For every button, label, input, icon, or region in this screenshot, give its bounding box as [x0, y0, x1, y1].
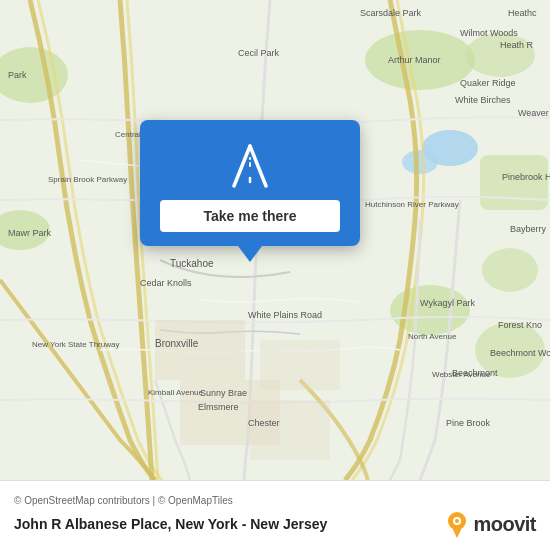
svg-rect-14	[250, 400, 330, 460]
copyright-text: © OpenStreetMap contributors | © OpenMap…	[14, 495, 536, 506]
moovit-brand-text: moovit	[473, 513, 536, 536]
navigation-popup: Take me there	[140, 120, 360, 246]
svg-point-1	[365, 30, 475, 90]
moovit-logo: moovit	[445, 510, 536, 538]
svg-point-2	[465, 33, 535, 77]
svg-point-6	[482, 248, 538, 292]
svg-point-7	[475, 322, 545, 378]
svg-rect-8	[480, 155, 548, 210]
svg-line-16	[250, 146, 266, 186]
map-container[interactable]: Scarsdale ParkArthur ManorHeathcWilmot W…	[0, 0, 550, 480]
bottom-bar: © OpenStreetMap contributors | © OpenMap…	[0, 480, 550, 550]
location-name: John R Albanese Place, New York - New Je…	[14, 516, 327, 532]
road-icon	[214, 138, 286, 190]
moovit-pin-icon	[445, 510, 469, 538]
svg-point-10	[402, 150, 438, 174]
svg-line-15	[234, 146, 250, 186]
svg-point-21	[455, 519, 459, 523]
svg-rect-11	[155, 320, 245, 380]
take-me-there-button[interactable]: Take me there	[160, 200, 340, 232]
